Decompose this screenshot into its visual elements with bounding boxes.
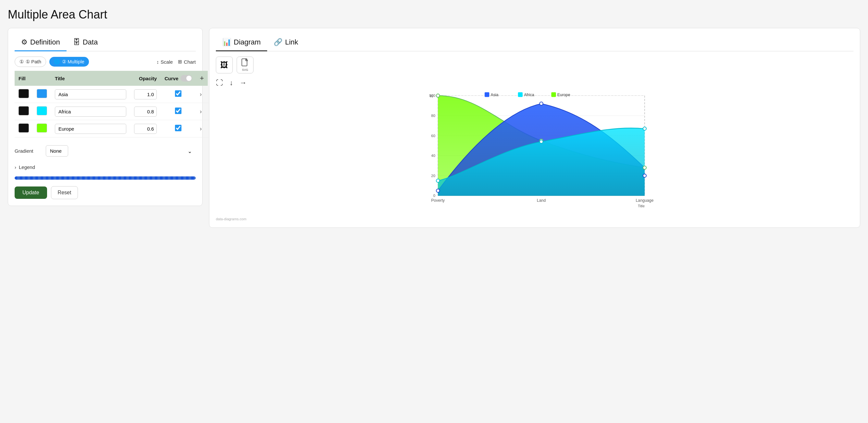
fill-color-swatch-2[interactable]	[37, 106, 47, 115]
tab-bar-left: ⚙ Definition 🗄 Data	[14, 35, 196, 51]
tab-link[interactable]: 🔗 Link	[267, 35, 305, 51]
fill-header: Fill	[14, 71, 51, 86]
arrow-right-icon[interactable]: →	[240, 79, 247, 87]
row-title-2	[51, 103, 130, 120]
legend-chevron-icon: ›	[14, 164, 16, 170]
main-layout: ⚙ Definition 🗄 Data ① ① Path 🌐 ② Multipl…	[8, 28, 860, 228]
row-fill-color-1[interactable]	[33, 86, 51, 103]
add-series-button[interactable]: +	[200, 74, 204, 83]
opacity-input-2[interactable]	[134, 107, 157, 117]
path-label: ① Path	[26, 59, 41, 65]
svg-text:60: 60	[431, 134, 435, 138]
chart-grid-icon: ⊞	[178, 59, 182, 65]
image-icon-btn[interactable]: 🖼	[216, 57, 233, 74]
curve-checkbox-2[interactable]	[175, 108, 182, 114]
icon-row: 🖼 SVG	[216, 57, 854, 74]
row-fill-black-3[interactable]	[14, 120, 33, 137]
table-row: › 🗑	[14, 103, 221, 120]
table-row: › 🗑	[14, 120, 221, 137]
chevron-button-1[interactable]: ›	[200, 91, 202, 98]
legend-europe-text: Europe	[557, 92, 570, 97]
series-table: Fill Title Opacity Curve	[14, 71, 221, 137]
area-chart-svg: % 100 80 60 40 20	[216, 92, 854, 216]
chevron-button-2[interactable]: ›	[200, 108, 202, 115]
reset-button[interactable]: Reset	[51, 186, 78, 199]
progress-bar-wrap	[14, 176, 196, 180]
europe-point-language	[643, 166, 646, 169]
title-input-2[interactable]	[55, 107, 126, 117]
svg-icon-btn[interactable]: SVG	[237, 57, 253, 74]
title-header: Title	[51, 71, 130, 86]
curve-checkbox-1[interactable]	[175, 90, 182, 97]
svg-file-icon	[241, 58, 249, 67]
progress-bar	[14, 176, 196, 180]
tab-definition[interactable]: ⚙ Definition	[14, 35, 66, 51]
curve-toggle[interactable]	[181, 75, 192, 82]
chart-container: % 100 80 60 40 20	[216, 92, 854, 216]
opacity-header: Opacity	[130, 71, 161, 86]
title-input-1[interactable]	[55, 89, 126, 100]
row-fill-color-2[interactable]	[33, 103, 51, 120]
sub-left: ① ① Path 🌐 ② Multiple	[14, 57, 89, 67]
x-label-language: Language	[636, 198, 654, 203]
x-label-poverty: Poverty	[431, 198, 445, 203]
page-title: Multiple Area Chart	[8, 8, 860, 22]
fill-black-swatch-2[interactable]	[19, 106, 29, 115]
table-row: › 🗑	[14, 86, 221, 103]
download-icon[interactable]: ↓	[229, 79, 233, 87]
row-curve-3	[161, 120, 196, 137]
gradient-label: Gradient	[14, 148, 40, 154]
scale-icon: ↕	[156, 59, 159, 65]
row-opacity-2	[130, 103, 161, 120]
chevron-button-3[interactable]: ›	[200, 125, 202, 132]
sub-controls: ① ① Path 🌐 ② Multiple ↕ Scale ⊞ Chart	[14, 57, 196, 67]
fill-black-swatch-3[interactable]	[19, 123, 29, 133]
add-series-header[interactable]: +	[196, 71, 208, 86]
row-title-3	[51, 120, 130, 137]
database-icon: 🗄	[73, 38, 80, 47]
europe-point-poverty	[436, 94, 439, 97]
tab-diagram[interactable]: 📊 Diagram	[216, 35, 267, 51]
gear-icon: ⚙	[21, 38, 28, 47]
curve-checkbox-3[interactable]	[175, 125, 182, 131]
opacity-input-1[interactable]	[134, 89, 157, 100]
row-chevron-2: ›	[196, 103, 208, 120]
tab-diagram-label: Diagram	[234, 38, 261, 47]
svg-text:0: 0	[433, 194, 435, 198]
fill-color-swatch-1[interactable]	[37, 89, 47, 98]
svg-text:20: 20	[431, 174, 435, 178]
fill-color-swatch-3[interactable]	[37, 123, 47, 133]
action-row: ⛶ ↓ →	[216, 79, 854, 87]
update-button[interactable]: Update	[14, 187, 47, 199]
gradient-select[interactable]: None Linear Radial	[46, 145, 68, 157]
row-fill-color-3[interactable]	[33, 120, 51, 137]
svg-rect-0	[242, 59, 247, 66]
legend-row[interactable]: › Legend	[14, 164, 196, 170]
svg-text:40: 40	[431, 154, 435, 158]
chart-button[interactable]: ⊞ Chart	[178, 59, 196, 65]
row-chevron-3: ›	[196, 120, 208, 137]
tab-data[interactable]: 🗄 Data	[66, 35, 104, 51]
path-button[interactable]: ① ① Path	[14, 57, 46, 67]
watermark: data-diagrams.com	[216, 217, 854, 221]
link-icon: 🔗	[274, 38, 282, 47]
row-opacity-3	[130, 120, 161, 137]
opacity-input-3[interactable]	[134, 124, 157, 134]
row-fill-black-1[interactable]	[14, 86, 33, 103]
row-fill-black-2[interactable]	[14, 103, 33, 120]
legend-europe-box	[551, 92, 556, 97]
multiple-button[interactable]: 🌐 ② Multiple	[49, 57, 89, 66]
chart-title-label: Title	[638, 204, 645, 208]
right-panel: 📊 Diagram 🔗 Link 🖼 SVG	[209, 28, 860, 228]
asia-point-poverty	[436, 189, 439, 192]
multiple-globe-icon: 🌐	[54, 59, 60, 65]
africa-point-land	[539, 140, 543, 143]
x-label-land: Land	[537, 198, 546, 203]
legend-asia-text: Asia	[491, 92, 498, 97]
scale-button[interactable]: ↕ Scale	[156, 59, 173, 65]
asia-point-language	[643, 174, 646, 177]
title-input-3[interactable]	[55, 124, 126, 134]
curve-header-cell: Curve	[161, 71, 196, 86]
fill-black-swatch-1[interactable]	[19, 89, 29, 98]
fullscreen-icon[interactable]: ⛶	[216, 79, 223, 87]
